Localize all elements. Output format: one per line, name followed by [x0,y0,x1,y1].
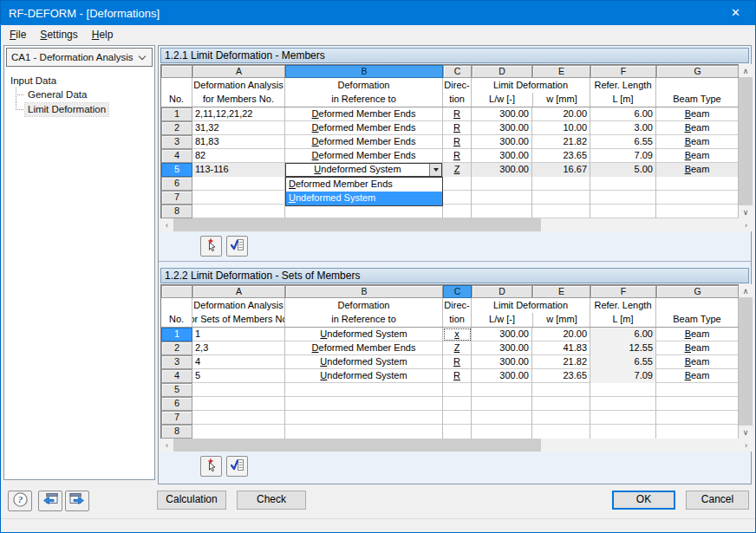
cell-b[interactable] [285,411,443,425]
row-number[interactable]: 2 [161,121,192,135]
cell-c[interactable]: Z [443,163,472,177]
cell-b[interactable]: Undeformed System [285,328,443,341]
vertical-scrollbar[interactable]: ∧∨ [739,284,753,439]
horizontal-scrollbar[interactable]: ‹› [160,439,753,452]
cell-e[interactable]: 23.65 [532,149,590,163]
dropdown-option[interactable]: Undeformed System [286,192,442,205]
cell-g[interactable]: Beam [656,107,739,121]
cell-f[interactable]: 7.09 [590,369,656,383]
scroll-up-button[interactable]: ∧ [739,284,753,297]
row-number[interactable]: 3 [161,355,192,369]
close-button[interactable]: ✕ [716,1,755,25]
cell-g[interactable] [656,425,739,439]
cell-c[interactable]: R [443,121,472,135]
cell-c[interactable]: R [443,149,472,163]
cell-e[interactable] [532,177,590,191]
scroll-right-button[interactable]: › [740,218,753,231]
cell-a[interactable] [192,425,285,439]
column-letter-C[interactable]: C [443,65,472,78]
cell-d[interactable]: 300.00 [472,107,532,121]
cell-a[interactable] [192,191,285,205]
help-button[interactable]: ? [8,491,32,511]
cell-b[interactable]: Undeformed System [285,163,443,177]
cell-a[interactable] [192,177,285,191]
cell-d[interactable]: 300.00 [472,135,532,149]
column-letter-F[interactable]: F [590,65,656,78]
cell-e[interactable]: 21.82 [532,135,590,149]
scroll-left-button[interactable]: ‹ [160,218,173,231]
column-letter-B[interactable]: B [285,65,443,78]
cell-a[interactable]: 81,83 [192,135,285,149]
combo-dropdown-button[interactable] [429,164,441,176]
dropdown-option[interactable]: Deformed Member Ends [286,178,442,192]
row-number[interactable]: 3 [161,135,192,149]
previous-module-button[interactable] [38,491,62,511]
column-letter-E[interactable]: E [532,65,590,78]
menu-settings[interactable]: Settings [33,27,84,42]
cell-b[interactable] [285,205,443,218]
cell-a[interactable] [192,383,285,397]
calculation-button[interactable]: Calculation [157,491,226,510]
cell-d[interactable]: 300.00 [472,341,532,355]
cell-c[interactable] [443,383,472,397]
cell-c[interactable]: R [443,135,472,149]
corner-cell[interactable] [161,65,192,78]
cell-g[interactable]: Beam [656,135,739,149]
cell-b[interactable]: Deformed Member Ends [285,149,443,163]
ok-button[interactable]: OK [612,491,675,510]
check-button[interactable]: Check [237,491,306,510]
cell-a[interactable]: 113-116 [192,163,285,177]
sidebar-item-limit-deformation[interactable]: Limit Deformation [8,102,153,117]
next-module-button[interactable] [65,491,89,511]
row-number[interactable]: 2 [161,341,192,355]
cell-c[interactable]: R [443,355,472,369]
row-number[interactable]: 4 [161,149,192,163]
scroll-down-button[interactable]: ∨ [739,426,753,439]
cell-g[interactable] [656,411,739,425]
cell-c[interactable] [443,397,472,411]
cell-d[interactable]: 300.00 [472,121,532,135]
pick-members-button[interactable] [200,236,222,257]
cell-a[interactable]: 4 [192,355,285,369]
cell-f[interactable]: 7.09 [590,149,656,163]
scroll-right-button[interactable]: › [740,439,753,452]
cell-d[interactable]: 300.00 [472,328,532,341]
column-letter-B[interactable]: B [285,285,443,298]
cell-g[interactable]: Beam [656,121,739,135]
cell-e[interactable] [532,383,590,397]
cell-d[interactable] [472,177,532,191]
cell-a[interactable] [192,411,285,425]
sidebar-item-general-data[interactable]: General Data [8,88,153,102]
cell-f[interactable]: 5.00 [590,163,656,177]
cell-d[interactable] [472,205,532,218]
menu-help[interactable]: Help [85,27,121,42]
cell-c[interactable]: Z [443,341,472,355]
cell-g[interactable]: Beam [656,341,739,355]
row-number[interactable]: 1 [161,328,192,341]
cell-g[interactable] [656,397,739,411]
scroll-up-button[interactable]: ∧ [739,64,753,77]
row-number[interactable]: 8 [161,425,192,439]
horizontal-scrollbar[interactable]: ‹› [160,218,753,231]
cell-f[interactable]: 6.55 [590,135,656,149]
cell-g[interactable]: Beam [656,369,739,383]
column-letter-D[interactable]: D [472,285,532,298]
cell-b[interactable]: Undeformed System [285,369,443,383]
cell-e[interactable] [532,191,590,205]
cell-e[interactable] [532,411,590,425]
cell-b[interactable]: Deformed Member Ends [285,121,443,135]
column-letter-A[interactable]: A [192,65,285,78]
row-number[interactable]: 1 [161,107,192,121]
cell-e[interactable] [532,205,590,218]
cell-c[interactable]: R [443,369,472,383]
cell-f[interactable]: 3.00 [590,121,656,135]
cell-c[interactable]: R [443,107,472,121]
cell-d[interactable]: 300.00 [472,149,532,163]
cell-e[interactable]: 21.82 [532,355,590,369]
cell-d[interactable] [472,425,532,439]
cell-e[interactable]: 23.65 [532,369,590,383]
cell-f[interactable]: 12.55 [590,341,656,355]
cell-b[interactable]: Deformed Member Ends [285,107,443,121]
scrollbar-thumb[interactable] [739,297,753,426]
row-number[interactable]: 6 [161,177,192,191]
